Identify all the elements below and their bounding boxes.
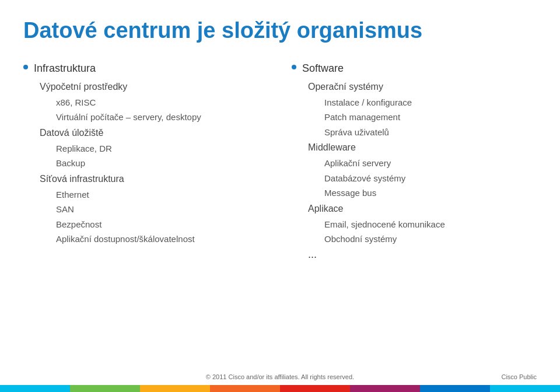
indent-databazove: Databázové systémy [324, 172, 537, 186]
ethernet-label: Ethernet [56, 190, 89, 200]
bar-cyan [0, 385, 70, 392]
message-bus-label: Message bus [324, 188, 376, 198]
opracni-label: Operační systémy [308, 82, 383, 92]
indent-sprava: Správa uživatelů [324, 126, 537, 139]
bullet-software: Software [292, 61, 537, 76]
indent-datova: Datová úložiště [40, 126, 268, 140]
indent-middleware: Middleware [308, 141, 537, 155]
databazove-label: Databázové systémy [324, 173, 405, 183]
email-label: Email, sjednocené komunikace [324, 219, 445, 229]
bullet-infrastruktura: Infrastruktura [23, 61, 268, 76]
slide-container: Datové centrum je složitý organismus Inf… [0, 0, 560, 392]
replikace-label: Replikace, DR [56, 144, 112, 153]
vypocetni-label: Výpočetní prostředky [40, 82, 127, 92]
bezpecnost-label: Bezpečnost [56, 219, 102, 229]
content-area: Infrastruktura Výpočetní prostředky x86,… [23, 61, 537, 261]
bar-purple [350, 385, 420, 392]
bar-yellow [140, 385, 210, 392]
datova-label: Datová úložiště [40, 128, 103, 138]
bullet-dot-2 [292, 65, 296, 69]
indent-replikace: Replikace, DR [56, 142, 268, 156]
indent-aplikace: Aplikace [308, 202, 537, 216]
san-label: SAN [56, 204, 74, 214]
bar-green [70, 385, 140, 392]
virtual-label: Virtuální počítače – servery, desktopy [56, 112, 201, 122]
footer-brand: Cisco Public [501, 373, 537, 380]
aplikace-label: Aplikace [308, 204, 343, 214]
aplikacni-servery-label: Aplikační servery [324, 158, 391, 168]
slide-title: Datové centrum je složitý organismus [23, 18, 537, 44]
indent-vypocetni: Výpočetní prostředky [40, 80, 268, 94]
indent-instalace: Instalace / konfigurace [324, 96, 537, 110]
bullet-dot [23, 65, 28, 69]
indent-obchodni: Obchodní systémy [324, 233, 537, 246]
indent-patch: Patch management [324, 111, 537, 124]
bar-cyan2 [490, 385, 560, 392]
ellipsis-text: ... [308, 249, 537, 261]
indent-message-bus: Message bus [324, 187, 537, 200]
indent-sitova: Síťová infrastruktura [40, 172, 268, 186]
indent-san: SAN [56, 203, 268, 216]
indent-ethernet: Ethernet [56, 188, 268, 202]
aplikacni-dostupnost-label: Aplikační dostupnost/škálovatelnost [56, 234, 195, 244]
sitova-label: Síťová infrastruktura [40, 174, 124, 184]
indent-opracni: Operační systémy [308, 80, 537, 94]
indent-aplikacni-dostupnost: Aplikační dostupnost/škálovatelnost [56, 233, 268, 246]
footer-bar [0, 385, 560, 392]
right-column: Software Operační systémy Instalace / ko… [280, 61, 537, 261]
x86-label: x86, RISC [56, 97, 96, 107]
instalace-label: Instalace / konfigurace [324, 97, 412, 107]
footer-copyright: © 2011 Cisco and/or its affiliates. All … [206, 373, 354, 380]
indent-virtual: Virtuální počítače – servery, desktopy [56, 111, 268, 124]
bar-red [280, 385, 350, 392]
sprava-label: Správa uživatelů [324, 127, 389, 137]
obchodni-label: Obchodní systémy [324, 234, 397, 244]
bar-blue [420, 385, 490, 392]
indent-bezpecnost: Bezpečnost [56, 218, 268, 232]
indent-x86: x86, RISC [56, 96, 268, 110]
indent-email: Email, sjednocené komunikace [324, 218, 537, 232]
middleware-label: Middleware [308, 142, 356, 152]
infrastruktura-label: Infrastruktura [34, 61, 96, 76]
patch-label: Patch management [324, 112, 400, 122]
software-label: Software [302, 61, 344, 76]
indent-backup: Backup [56, 157, 268, 170]
indent-aplikacni-servery: Aplikační servery [324, 157, 537, 170]
bar-orange [210, 385, 280, 392]
left-column: Infrastruktura Výpočetní prostředky x86,… [23, 61, 280, 261]
backup-label: Backup [56, 158, 85, 168]
